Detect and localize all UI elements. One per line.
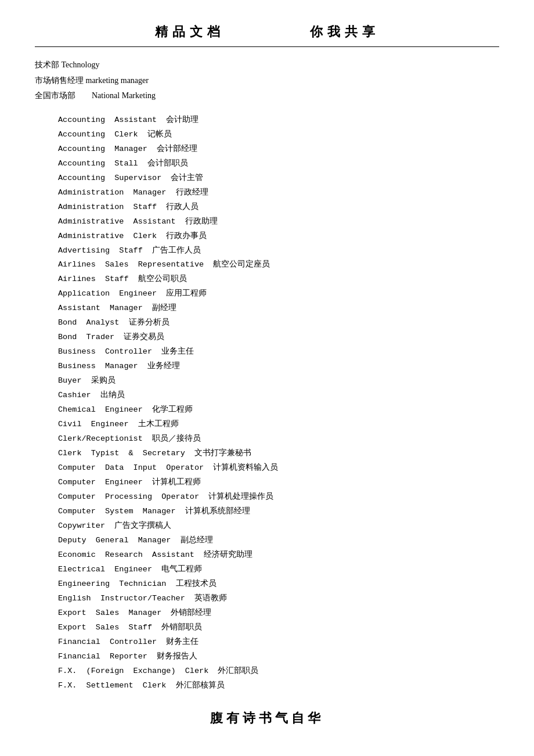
list-item: Administration Staff 行政人员 [58,200,499,215]
list-item: Computer Processing Operator 计算机处理操作员 [58,490,499,505]
list-item: Accounting Supervisor 会计主管 [58,171,499,186]
list-item: Bond Analyst 证券分析员 [58,316,499,330]
list-item: Computer Engineer 计算机工程师 [58,476,499,490]
list-item: Financial Controller 财务主任 [58,635,499,650]
header-part1: 精品文档 [155,23,225,41]
header-part2: 你我共享 [310,23,380,41]
list-item: Administrative Clerk 行政办事员 [58,229,499,244]
list-item: Accounting Stall 会计部职员 [58,157,499,171]
list-item: Business Manager 业务经理 [58,359,499,374]
list-item: Accounting Clerk 记帐员 [58,128,499,142]
list-item: Chemical Engineer 化学工程师 [58,403,499,417]
list-item: Engineering Technician 工程技术员 [58,577,499,592]
list-item: Computer System Manager 计算机系统部经理 [58,505,499,519]
list-item: Copywriter 广告文字撰稿人 [58,519,499,534]
list-item: Economic Research Assistant 经济研究助理 [58,548,499,563]
list-item: Accounting Manager 会计部经理 [58,142,499,157]
list-item: Civil Engineer 土木工程师 [58,417,499,432]
list-item: Deputy General Manager 副总经理 [58,534,499,548]
list-item: Clerk Typist & Secretary 文书打字兼秘书 [58,447,499,461]
intro-line-2: 市场销售经理 marketing manager [35,73,499,89]
list-item: Export Sales Manager 外销部经理 [58,606,499,621]
intro-line-1: 技术部 Technology [35,57,499,73]
list-item: Clerk/Receptionist 职员／接待员 [58,432,499,447]
list-item: Administration Manager 行政经理 [58,186,499,200]
list-item: F.X. Settlement Clerk 外汇部核算员 [58,679,499,693]
list-item: Airlines Staff 航空公司职员 [58,272,499,287]
list-item: Advertising Staff 广告工作人员 [58,244,499,258]
list-item: F.X. (Foreign Exchange) Clerk 外汇部职员 [58,664,499,679]
list-item: Bond Trader 证券交易员 [58,330,499,345]
list-item: Export Sales Staff 外销部职员 [58,621,499,635]
header-title: 精品文档 你我共享 [138,24,397,39]
job-list: Accounting Assistant 会计助理Accounting Cler… [58,113,499,693]
list-item: Application Engineer 应用工程师 [58,287,499,301]
page: 精品文档 你我共享 技术部 Technology 市场销售经理 marketin… [0,0,534,756]
list-item: Airlines Sales Representative 航空公司定座员 [58,258,499,272]
list-item: Accounting Assistant 会计助理 [58,113,499,128]
list-item: Business Controller 业务主任 [58,345,499,359]
footer: 腹有诗书气自华 [35,705,499,727]
intro-line-3: 全国市场部 National Marketing [35,88,499,104]
list-item: Electrical Engineer 电气工程师 [58,563,499,577]
footer-text: 腹有诗书气自华 [210,711,324,725]
list-item: Assistant Manager 副经理 [58,301,499,316]
list-item: Administrative Assistant 行政助理 [58,215,499,229]
list-item: Buyer 采购员 [58,374,499,388]
list-item: Cashier 出纳员 [58,388,499,403]
header: 精品文档 你我共享 [35,23,499,47]
list-item: Financial Reporter 财务报告人 [58,650,499,664]
intro-section: 技术部 Technology 市场销售经理 marketing manager … [35,57,499,104]
list-item: English Instructor/Teacher 英语教师 [58,592,499,606]
list-item: Computer Data Input Operator 计算机资料输入员 [58,461,499,476]
